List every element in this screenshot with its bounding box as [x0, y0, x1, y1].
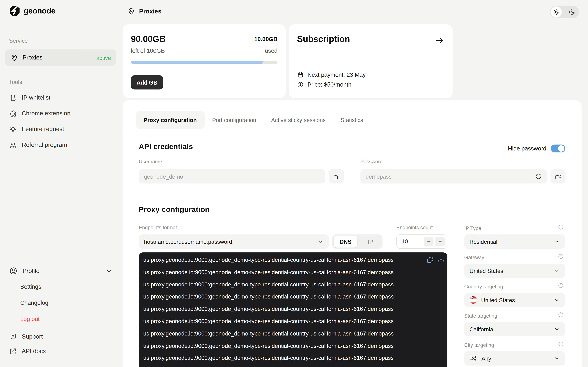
divider [123, 197, 582, 197]
sidebar-item-proxies[interactable]: Proxies active [5, 49, 116, 66]
copy-password-button[interactable] [551, 169, 565, 184]
tab-active-sticky-sessions[interactable]: Active sticky sessions [264, 117, 333, 123]
user-circle-icon [9, 267, 17, 275]
city-targeting-select[interactable]: Any [464, 351, 565, 366]
tab-bar: Proxy configuration Port configuration A… [136, 111, 371, 129]
subscription-card: Subscription Next payment: 23 May Price:… [289, 24, 453, 98]
protocol-option-dns[interactable]: DNS [334, 235, 357, 247]
sidebar-item-ip-whitelist[interactable]: IP whitelist [9, 92, 50, 103]
copy-icon [554, 173, 562, 180]
endpoint-line: us.proxy.geonode.io:9000:geonode_demo-ty… [143, 278, 447, 291]
next-payment-text: Next payment: 23 May [307, 72, 366, 78]
arrow-right-icon[interactable] [435, 36, 444, 45]
info-icon[interactable] [558, 341, 564, 347]
info-icon[interactable] [558, 312, 564, 318]
endpoint-line: us.proxy.geonode.io:9000:geonode_demo-ty… [143, 266, 447, 278]
sidebar-section-service: Service [9, 37, 28, 44]
sidebar-item-label: Support [22, 333, 43, 340]
page-title: Proxies [139, 8, 162, 15]
copy-username-button[interactable] [329, 169, 344, 184]
decrement-button[interactable] [424, 237, 433, 247]
subscription-title: Subscription [297, 34, 350, 44]
add-gb-button[interactable]: Add GB [131, 75, 163, 90]
state-targeting-select[interactable]: California [464, 322, 565, 336]
increment-button[interactable] [435, 237, 445, 247]
sidebar-item-profile[interactable]: Profile [9, 267, 112, 275]
endpoints-format-select[interactable]: hostname:port:username:password [139, 234, 329, 249]
download-endpoints-icon[interactable] [437, 256, 445, 264]
brand-logo[interactable]: geonode [9, 5, 55, 16]
sidebar-item-label: Chrome extension [22, 110, 70, 117]
country-targeting-value: United States [481, 297, 515, 303]
endpoint-line: us.proxy.geonode.io:9000:geonode_demo-ty… [143, 303, 447, 315]
endpoint-line: us.proxy.geonode.io:9000:geonode_demo-ty… [143, 364, 447, 367]
sidebar-item-referral-program[interactable]: Referral program [9, 139, 67, 150]
tab-proxy-configuration[interactable]: Proxy configuration [136, 111, 205, 129]
tab-statistics[interactable]: Statistics [333, 117, 371, 123]
location-pin-icon [10, 54, 18, 61]
sidebar-item-label: IP whitelist [22, 94, 50, 101]
sidebar-item-label: Proxies [23, 54, 43, 61]
hide-password-label: Hide password [508, 145, 546, 152]
username-field[interactable] [139, 169, 325, 184]
ip-type-value: Residential [469, 238, 497, 245]
calendar-icon [297, 72, 304, 78]
minus-icon [426, 239, 431, 244]
endpoints-count-stepper [397, 234, 447, 249]
sidebar-item-label: Profile [23, 267, 40, 274]
data-used-caption: used [265, 48, 277, 54]
copy-endpoints-icon[interactable] [426, 256, 434, 264]
info-icon[interactable] [558, 283, 564, 289]
password-label: Password [360, 159, 382, 164]
regenerate-password-icon[interactable] [535, 173, 542, 180]
country-targeting-select[interactable]: United States [464, 293, 565, 307]
chevron-down-icon [554, 268, 560, 274]
protocol-segmented-control: DNS IP [332, 234, 382, 249]
chat-question-icon [9, 333, 17, 341]
sun-icon [553, 9, 559, 15]
copy-icon [333, 173, 340, 180]
data-remaining: 90.00GB [131, 34, 166, 44]
tab-port-configuration[interactable]: Port configuration [205, 117, 264, 123]
sidebar-item-support[interactable]: Support [9, 331, 43, 342]
info-icon[interactable] [558, 253, 564, 260]
gateway-select[interactable]: United States [464, 264, 565, 278]
puzzle-icon [9, 109, 17, 117]
proxy-configuration-title: Proxy configuration [139, 205, 210, 214]
data-used: 10.00GB [254, 36, 277, 43]
hide-password-toggle[interactable] [551, 144, 565, 152]
city-targeting-label: City targeting [464, 342, 494, 348]
price-row: Price: $50/month [297, 81, 352, 88]
endpoints-code-block[interactable]: us.proxy.geonode.io:9000:geonode_demo-ty… [139, 252, 447, 367]
sidebar-item-settings[interactable]: Settings [20, 284, 41, 290]
breadcrumb: Proxies [128, 8, 162, 15]
endpoint-line: us.proxy.geonode.io:9000:geonode_demo-ty… [143, 315, 447, 327]
endpoints-format-value: hostname:port:username:password [144, 238, 232, 245]
theme-toggle[interactable] [550, 6, 579, 18]
sidebar-item-logout[interactable]: Log out [20, 316, 40, 322]
status-badge: active [96, 54, 111, 61]
dollar-circle-icon [297, 81, 304, 88]
light-mode-option[interactable] [551, 6, 562, 17]
protocol-option-ip[interactable]: IP [358, 234, 382, 249]
chevron-down-icon [318, 239, 324, 244]
endpoint-line: us.proxy.geonode.io:9000:geonode_demo-ty… [143, 327, 447, 340]
sidebar-item-label: Referral program [22, 142, 67, 148]
dark-mode-option[interactable] [569, 8, 575, 15]
endpoints-count-input[interactable] [397, 235, 418, 248]
usage-card: 90.00GB 10.00GB left of 100GB used Add G… [123, 24, 286, 98]
users-icon [9, 141, 17, 149]
password-field[interactable] [360, 169, 529, 184]
state-targeting-value: California [469, 326, 493, 333]
app-root: geonode Service Proxies active Tools IP … [0, 0, 588, 367]
ip-type-select[interactable]: Residential [464, 234, 565, 249]
info-icon[interactable] [558, 224, 564, 230]
sidebar-item-changelog[interactable]: Changelog [20, 300, 48, 306]
sidebar-item-chrome-extension[interactable]: Chrome extension [9, 108, 70, 119]
gateway-label: Gateway [464, 255, 484, 260]
sidebar-item-feature-request[interactable]: Feature request [9, 124, 64, 135]
toggle-knob [558, 145, 564, 152]
endpoint-line: us.proxy.geonode.io:9000:geonode_demo-ty… [143, 254, 447, 266]
geonode-logo-icon [9, 5, 20, 16]
sidebar-item-api-docs[interactable]: API docs [9, 346, 46, 357]
